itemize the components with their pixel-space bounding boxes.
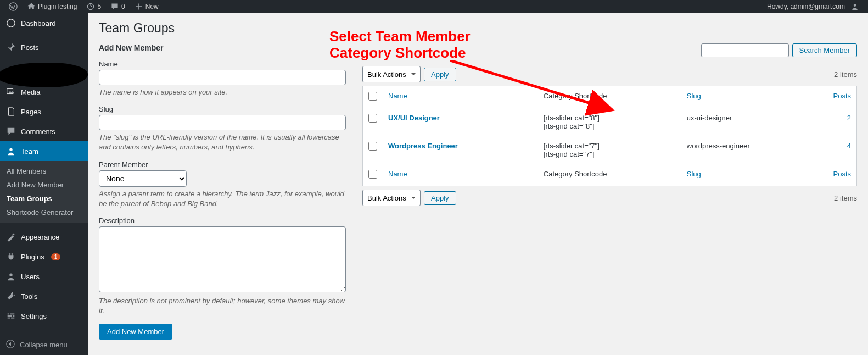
svg-point-0 bbox=[9, 3, 17, 10]
wp-logo[interactable] bbox=[5, 2, 21, 11]
site-link[interactable]: PluginTesting bbox=[24, 2, 80, 11]
comments-bubble[interactable]: 0 bbox=[107, 2, 128, 11]
howdy-link[interactable]: Howdy, admin@gmail.com bbox=[764, 2, 863, 11]
svg-point-1 bbox=[854, 4, 856, 7]
new-link[interactable]: New bbox=[131, 2, 162, 11]
updates-link[interactable]: 5 bbox=[83, 2, 104, 11]
admin-bar: PluginTesting 5 0 New Howdy, admin@gmail… bbox=[0, 0, 868, 13]
